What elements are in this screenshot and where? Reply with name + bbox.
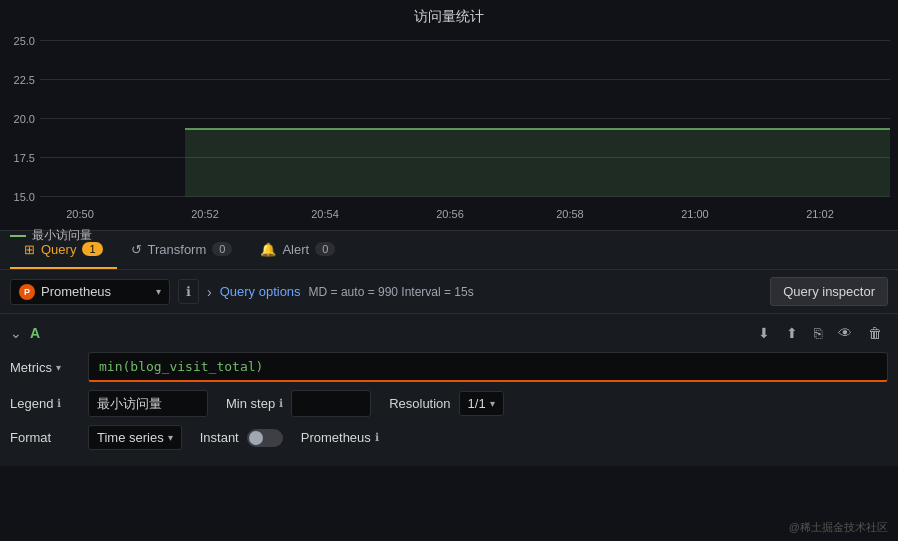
query-options-meta: MD = auto = 990 Interval = 15s xyxy=(309,285,474,299)
copy-icon-button[interactable]: ⎘ xyxy=(808,322,828,344)
chart-legend: 最小访问量 xyxy=(0,225,898,246)
prometheus-tag: Prometheus ℹ xyxy=(301,430,379,445)
info-button[interactable]: ℹ xyxy=(178,279,199,304)
svg-text:20:54: 20:54 xyxy=(311,207,339,219)
svg-text:20:52: 20:52 xyxy=(191,207,219,219)
query-editor: ⌄ A ⬇ ⬆ ⎘ 👁 🗑 Metrics ▾ Legend ℹ Min ste… xyxy=(0,314,898,466)
legend-text: Legend xyxy=(10,396,53,411)
datasource-row: P Prometheus ▾ ℹ › Query options MD = au… xyxy=(0,270,898,314)
svg-text:22.5: 22.5 xyxy=(14,73,35,85)
metrics-label: Metrics ▾ xyxy=(10,360,80,375)
format-text: Format xyxy=(10,430,51,445)
svg-text:25.0: 25.0 xyxy=(14,34,35,46)
query-actions: ⬇ ⬆ ⎘ 👁 🗑 xyxy=(752,322,888,344)
resolution-select[interactable]: 1/1 ▾ xyxy=(459,391,504,416)
watermark: @稀土掘金技术社区 xyxy=(789,520,888,535)
metrics-input[interactable] xyxy=(88,352,888,382)
legend-label-container: Legend ℹ xyxy=(10,396,80,411)
format-row: Format Time series ▾ Instant Prometheus … xyxy=(10,425,888,450)
format-select[interactable]: Time series ▾ xyxy=(88,425,182,450)
resolution-text: Resolution xyxy=(389,396,450,411)
svg-text:20:56: 20:56 xyxy=(436,207,464,219)
resolution-label-container: Resolution xyxy=(389,396,450,411)
datasource-name: Prometheus xyxy=(41,284,150,299)
min-step-info-icon: ℹ xyxy=(279,397,283,410)
min-step-label-container: Min step ℹ xyxy=(226,396,283,411)
upload-icon-button[interactable]: ⬆ xyxy=(780,322,804,344)
trash-icon-button[interactable]: 🗑 xyxy=(862,322,888,344)
query-inspector-button[interactable]: Query inspector xyxy=(770,277,888,306)
legend-input[interactable] xyxy=(88,390,208,417)
download-icon-button[interactable]: ⬇ xyxy=(752,322,776,344)
query-header: ⌄ A ⬇ ⬆ ⎘ 👁 🗑 xyxy=(10,322,888,344)
toggle-knob xyxy=(249,431,263,445)
metrics-row: Metrics ▾ xyxy=(10,352,888,382)
svg-text:15.0: 15.0 xyxy=(14,190,35,202)
svg-marker-10 xyxy=(185,129,890,196)
svg-text:20.0: 20.0 xyxy=(14,112,35,124)
query-letter: A xyxy=(30,325,40,341)
instant-label: Instant xyxy=(200,430,239,445)
datasource-icon: P xyxy=(19,284,35,300)
svg-text:21:02: 21:02 xyxy=(806,207,834,219)
eye-icon-button[interactable]: 👁 xyxy=(832,322,858,344)
query-options-button[interactable]: Query options xyxy=(220,284,301,299)
legend-info-icon: ℹ xyxy=(57,397,61,410)
legend-line xyxy=(10,235,26,237)
resolution-chevron-icon: ▾ xyxy=(490,398,495,409)
format-value: Time series xyxy=(97,430,164,445)
chart-area: 访问量统计 25.0 22.5 20.0 17.5 15.0 20:50 20:… xyxy=(0,0,898,230)
chart-svg: 25.0 22.5 20.0 17.5 15.0 20:50 20:52 20:… xyxy=(0,30,898,225)
datasource-select[interactable]: P Prometheus ▾ xyxy=(10,279,170,305)
format-chevron-icon: ▾ xyxy=(168,432,173,443)
format-label-container: Format xyxy=(10,430,80,445)
prometheus-label: Prometheus xyxy=(301,430,371,445)
min-step-input[interactable] xyxy=(291,390,371,417)
svg-text:21:00: 21:00 xyxy=(681,207,709,219)
instant-toggle[interactable] xyxy=(247,429,283,447)
metrics-chevron-icon: ▾ xyxy=(56,362,61,373)
chart-title: 访问量统计 xyxy=(0,0,898,30)
arrow-right-icon: › xyxy=(207,284,212,300)
min-step-text: Min step xyxy=(226,396,275,411)
metrics-text: Metrics xyxy=(10,360,52,375)
prometheus-info-icon: ℹ xyxy=(375,431,379,444)
resolution-value: 1/1 xyxy=(468,396,486,411)
chevron-down-icon: ▾ xyxy=(156,286,161,297)
legend-row: Legend ℹ Min step ℹ Resolution 1/1 ▾ xyxy=(10,390,888,417)
legend-label: 最小访问量 xyxy=(32,227,92,244)
svg-text:17.5: 17.5 xyxy=(14,151,35,163)
collapse-button[interactable]: ⌄ xyxy=(10,325,22,341)
chart-inner: 25.0 22.5 20.0 17.5 15.0 20:50 20:52 20:… xyxy=(0,30,898,225)
svg-text:20:50: 20:50 xyxy=(66,207,94,219)
svg-text:20:58: 20:58 xyxy=(556,207,584,219)
